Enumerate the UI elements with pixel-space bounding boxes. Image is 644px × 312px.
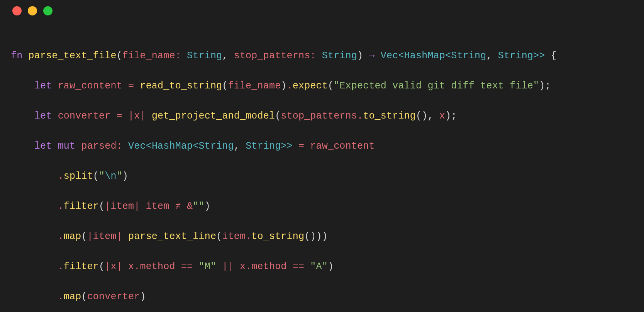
code-line: .filter(|item| item ≠ &"")	[11, 199, 633, 214]
maximize-icon[interactable]	[43, 6, 53, 15]
code-line: .filter(|x| x.method == "M" || x.method …	[11, 259, 633, 274]
code-line: let mut parsed: Vec<HashMap<String, Stri…	[11, 139, 633, 154]
code-line: .split("\n")	[11, 169, 633, 184]
editor-window: fn parse_text_file(file_name: String, st…	[0, 0, 644, 312]
code-area[interactable]: fn parse_text_file(file_name: String, st…	[0, 22, 644, 312]
code-line: .map(|item| parse_text_line(item.to_stri…	[11, 229, 633, 244]
code-line: let converter = |x| get_project_and_mode…	[11, 109, 633, 124]
code-line: fn parse_text_file(file_name: String, st…	[11, 48, 633, 63]
minimize-icon[interactable]	[28, 6, 37, 15]
window-titlebar	[0, 0, 644, 22]
close-icon[interactable]	[12, 6, 22, 15]
code-line: let raw_content = read_to_string(file_na…	[11, 78, 633, 93]
code-line: .map(converter)	[11, 289, 633, 304]
